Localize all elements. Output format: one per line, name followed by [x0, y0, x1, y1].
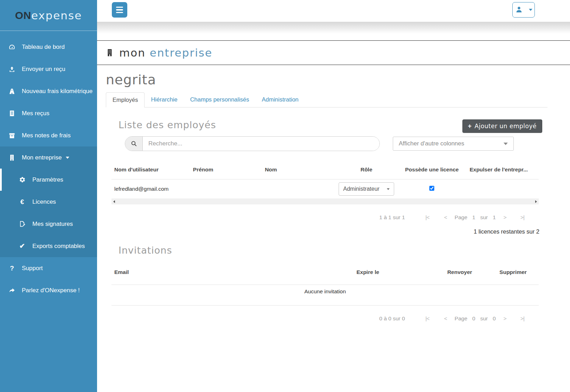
employees-table: Nom d'utilisateur Prénom Nom Rôle Possèd…: [111, 160, 539, 198]
invitations-table: Email Expire le Renvoyer Supprimer Aucun…: [111, 263, 539, 306]
sidebar-item-dashboard[interactable]: Tableau de bord: [0, 36, 97, 58]
last-page-icon[interactable]: >|: [520, 214, 524, 221]
tachometer-icon: [7, 44, 17, 51]
search-input[interactable]: [143, 137, 379, 151]
column-header-firstname: Prénom: [190, 160, 262, 179]
plus-icon: +: [468, 123, 472, 130]
previous-page-icon[interactable]: <: [444, 315, 447, 322]
table-row: lefredland@gmail.com Administrateur: [111, 179, 539, 199]
employees-header-row: Nom d'utilisateur Prénom Nom Rôle Possèd…: [111, 160, 539, 179]
sidebar-item-signatures[interactable]: Mes signatures: [0, 213, 97, 235]
topbar: [97, 0, 570, 22]
logo: ONexpense: [0, 0, 97, 31]
columns-dropdown[interactable]: Afficher d'autre colonnes: [393, 137, 514, 151]
sidebar-item-licences[interactable]: € Licences: [0, 191, 97, 213]
pagination-range: 1 à 1 sur 1: [379, 214, 405, 221]
spacer: [97, 34, 570, 40]
caret-down-icon: [529, 9, 532, 11]
first-page-icon[interactable]: |<: [425, 214, 429, 221]
sidebar-item-label: Envoyer un reçu: [22, 65, 65, 73]
page-label: Page: [455, 214, 467, 221]
sidebar-item-label: Exports comptables: [32, 242, 85, 250]
road-icon: [7, 88, 17, 95]
first-page-icon[interactable]: |<: [425, 315, 429, 322]
sidebar-item-my-receipts[interactable]: Mes reçus: [0, 102, 97, 124]
previous-page-icon[interactable]: <: [444, 214, 447, 221]
sidebar-item-talk-about[interactable]: Parlez d'ONexpense !: [0, 279, 97, 301]
main-column: mon entreprise negrita Employés Hiérarch…: [97, 0, 570, 392]
pagination-range: 0 à 0 sur 0: [379, 315, 405, 322]
sidebar-item-send-receipt[interactable]: Envoyer un reçu: [0, 58, 97, 80]
app-root: ONexpense Tableau de bord Envoyer un reç…: [0, 0, 570, 392]
tab-administration[interactable]: Administration: [256, 92, 305, 107]
username-cell: lefredland@gmail.com: [111, 179, 190, 199]
employees-panel: Liste des employés + Ajouter un employé: [106, 119, 547, 235]
sidebar-item-label: Support: [22, 264, 43, 272]
column-header-license: Possède une licence: [397, 160, 467, 179]
current-page-number: 1: [472, 214, 475, 221]
column-header-expires: Expire le: [304, 263, 432, 285]
signature-icon: [18, 221, 27, 227]
sidebar-item-accounting-exports[interactable]: ✔ Exports comptables: [0, 235, 97, 257]
user-icon: [515, 6, 523, 14]
employees-section-title: Liste des employés: [119, 119, 216, 130]
sidebar-item-label: Tableau de bord: [22, 43, 65, 51]
licenses-remaining-note: 1 licences restantes sur 2: [106, 228, 539, 235]
sidebar-item-label: Mes reçus: [22, 109, 49, 117]
column-header-delete: Supprimer: [487, 263, 539, 285]
last-page-icon[interactable]: >|: [520, 315, 524, 322]
sidebar-item-new-mileage[interactable]: Nouveau frais kilométrique: [0, 80, 97, 102]
invitations-header-row: Email Expire le Renvoyer Supprimer: [111, 263, 539, 285]
total-pages: 1: [493, 214, 496, 221]
sidebar-item-label: Mon entreprise: [22, 153, 62, 162]
sidebar-item-label: Parlez d'ONexpense !: [22, 286, 80, 294]
archive-icon: [7, 132, 17, 139]
invitations-panel: Invitations Email Expire le Renvoyer Sup…: [106, 245, 547, 322]
logo-text-light: expense: [31, 9, 82, 22]
logo-text-bold: ON: [15, 9, 31, 21]
sidebar-item-label: Nouveau frais kilométrique: [22, 87, 92, 95]
role-select-value: Administrateur: [343, 186, 379, 192]
share-icon: [7, 287, 17, 294]
horizontal-scrollbar[interactable]: [111, 198, 539, 204]
page-title-dark: mon: [119, 46, 146, 59]
role-select[interactable]: Administrateur: [339, 182, 394, 196]
column-header-resend: Renvoyer: [432, 263, 487, 285]
tab-bar: Employés Hiérarchie Champs personnalisés…: [106, 92, 547, 107]
of-label: sur: [480, 315, 488, 322]
sidebar-item-label: Mes signatures: [32, 220, 73, 228]
chevron-down-icon: [504, 143, 508, 145]
tab-hierarchie[interactable]: Hiérarchie: [145, 92, 184, 107]
total-pages: 0: [493, 315, 496, 322]
sidebar-toggle-button[interactable]: [112, 2, 127, 18]
chevron-down-icon: [387, 188, 390, 190]
page-label: Page: [455, 315, 467, 322]
user-menu-button[interactable]: [512, 2, 535, 18]
topbar-shadow: [97, 22, 570, 34]
tab-employes[interactable]: Employés: [106, 92, 145, 107]
search-box: [125, 136, 380, 151]
sidebar-item-my-company[interactable]: Mon entreprise: [0, 146, 97, 169]
scroll-left-icon[interactable]: [113, 200, 115, 203]
sidebar-item-label: Licences: [32, 198, 56, 206]
tab-champs-personnalises[interactable]: Champs personnalisés: [184, 92, 256, 107]
add-employee-button[interactable]: + Ajouter un employé: [462, 119, 542, 133]
page-header: mon entreprise: [97, 40, 570, 65]
search-icon: [125, 137, 143, 151]
invitations-section-title: Invitations: [119, 245, 547, 256]
license-checkbox[interactable]: [429, 186, 434, 191]
add-employee-label: Ajouter un employé: [475, 123, 537, 130]
next-page-icon[interactable]: >: [504, 214, 506, 221]
check-icon: ✔: [18, 242, 27, 250]
next-page-icon[interactable]: >: [504, 315, 506, 322]
scroll-right-icon[interactable]: [535, 200, 537, 203]
sidebar-item-expense-reports[interactable]: Mes notes de frais: [0, 124, 97, 146]
chevron-down-icon: [66, 157, 69, 159]
firstname-cell: [190, 179, 262, 199]
sidebar-item-settings[interactable]: Paramètres: [0, 169, 97, 191]
building-icon: [7, 154, 17, 161]
sidebar-item-support[interactable]: ? Support: [0, 257, 97, 279]
upload-icon: [7, 66, 17, 73]
column-header-lastname: Nom: [262, 160, 336, 179]
column-header-role: Rôle: [336, 160, 397, 179]
